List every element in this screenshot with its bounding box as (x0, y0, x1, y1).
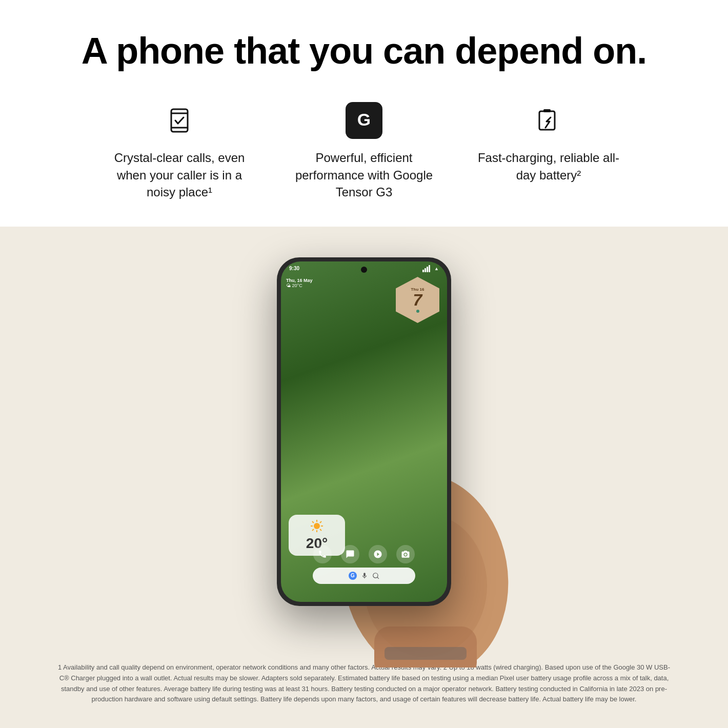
dock-phone-icon (313, 545, 332, 563)
calendar-dot (416, 310, 419, 313)
svg-line-13 (320, 521, 321, 523)
feature-item-calls: Crystal-clear calls, even when your call… (108, 102, 251, 201)
feature-item-battery: Fast-charging, reliable all-day battery² (477, 102, 620, 184)
dock-camera-icon (396, 545, 415, 563)
status-network: ▲ (434, 266, 439, 271)
phone-dock: G (286, 545, 442, 584)
dock-row-apps (313, 545, 415, 563)
dock-messages-icon (341, 545, 359, 563)
feature-text-performance: Powerful, efficient performance with Goo… (292, 149, 436, 201)
bottom-section: H 9:30 (0, 227, 728, 728)
feature-text-calls: Crystal-clear calls, even when your call… (108, 149, 251, 201)
svg-line-12 (320, 529, 321, 531)
svg-point-6 (314, 523, 320, 529)
battery-bolt-icon (530, 102, 567, 139)
svg-rect-5 (543, 109, 551, 112)
google-g-logo: G (349, 572, 357, 580)
svg-line-11 (312, 521, 314, 523)
lens-icon (372, 572, 379, 579)
feature-text-battery: Fast-charging, reliable all-day battery² (477, 149, 620, 184)
top-section: A phone that you can depend on. Crystal-… (0, 0, 728, 227)
svg-text:G: G (357, 110, 371, 130)
svg-line-14 (312, 529, 314, 531)
status-time: 9:30 (289, 266, 299, 271)
feature-item-performance: G Powerful, efficient performance with G… (292, 102, 436, 201)
signal-bars (422, 265, 430, 272)
phone-device: 9:30 ▲ (277, 257, 451, 606)
svg-line-16 (377, 577, 379, 579)
sun-icon (310, 519, 324, 533)
phone-container: 9:30 ▲ (277, 227, 451, 657)
microphone-icon (361, 572, 368, 579)
hex-calendar: Thu 16 7 (396, 277, 439, 323)
footnote-text: 1 Availability and call quality depend o… (56, 662, 672, 705)
camera-cutout (361, 267, 367, 273)
phone-screen: 9:30 ▲ (281, 261, 447, 602)
footnote-section: 1 Availability and call quality depend o… (0, 657, 728, 728)
weather-status: 🌤 20°C (284, 283, 313, 288)
calendar-widget: Thu 16 7 (396, 277, 439, 323)
status-icons: ▲ (422, 265, 439, 272)
svg-rect-23 (452, 495, 473, 533)
google-search-bar[interactable]: G (313, 568, 415, 584)
features-row: Crystal-clear calls, even when your call… (41, 102, 687, 201)
dock-settings-icon (369, 545, 387, 563)
phone-check-icon (161, 102, 198, 139)
calendar-number: 7 (413, 292, 422, 308)
google-g-icon: G (346, 102, 382, 139)
phone-body: 9:30 ▲ (277, 257, 451, 606)
main-headline: A phone that you can depend on. (41, 31, 687, 71)
